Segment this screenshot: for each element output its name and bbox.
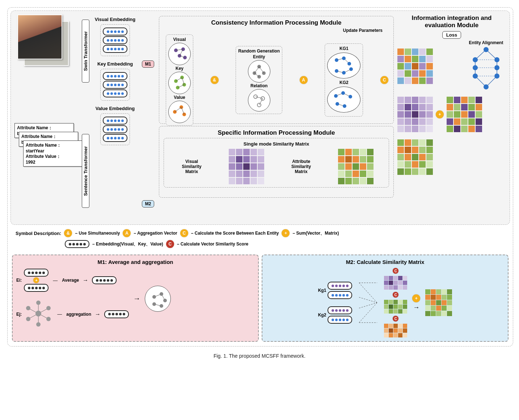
embedding-capsule [328, 316, 352, 324]
embedding-capsule [103, 125, 127, 133]
svg-point-36 [342, 56, 346, 60]
m2-matrix-2-icon [384, 300, 407, 314]
single-mode-box: Single mode Similarity Matrix Visual Sim… [164, 138, 389, 188]
figure-caption: Fig. 1. The proposed MCSFF framework. [7, 353, 512, 359]
visual-embedding-label: Visual Embedding [95, 17, 135, 22]
svg-point-59 [473, 57, 478, 62]
calc-red-icon: C [393, 316, 398, 322]
svg-point-85 [152, 302, 156, 306]
svg-point-74 [46, 306, 51, 310]
plus-badge: + [436, 110, 444, 118]
attr-name-label: Attribute Name： [21, 134, 57, 139]
kg2-label: KG2 [339, 80, 349, 85]
specific-module: Specific Information Processing Module S… [159, 126, 394, 198]
plus-icon: + [412, 294, 420, 302]
input-column: Attribute Name： birthYear Attribute Name… [14, 14, 80, 210]
visual-embed-box [100, 24, 130, 56]
visual-sim-label: Visual Similarity Matrix [179, 159, 204, 174]
svg-point-61 [473, 65, 478, 70]
single-mode-title: Single mode Similarity Matrix [167, 141, 386, 147]
average-label: Average [62, 278, 79, 283]
m2-matrix-1-icon [384, 276, 407, 290]
lower-panels: M1: Average and aggregation Ei: + — Aver… [10, 253, 510, 343]
embedding-capsule [92, 276, 117, 284]
random-gen-label: Random Generation [238, 49, 280, 54]
aggregation-label: aggregation [66, 312, 91, 317]
svg-point-60 [494, 57, 499, 62]
vkv-graph-box: Visual Key Value [166, 34, 193, 126]
main-diagram: Attribute Name： birthYear Attribute Name… [10, 10, 510, 225]
visual-sim-matrix-icon [229, 149, 264, 184]
kg1-graph-icon [327, 52, 360, 79]
relation-label: Relation [250, 83, 267, 88]
embedding-capsule [103, 72, 127, 80]
embedding-capsule [104, 310, 129, 318]
plus-icon: + [33, 277, 39, 283]
consistency-title: Consistency Information Processing Modul… [162, 19, 391, 26]
embedding-capsule [328, 282, 352, 290]
svg-line-25 [254, 73, 259, 77]
svg-line-5 [180, 49, 183, 56]
result-matrix-3-icon [447, 97, 482, 132]
legend: Symbol Description: &– Use Simultaneousl… [10, 225, 510, 253]
result-matrix-1-icon [397, 49, 433, 84]
legend-embedding: – Embedding(Visual、Key、Value) [92, 241, 163, 247]
encoder-column: Swin Transformer Sentence Transformer [82, 14, 89, 208]
m2-result-matrix-icon [425, 289, 452, 316]
calc-red-icon: C [393, 292, 398, 298]
svg-line-23 [254, 67, 259, 73]
calc-red-icon: C [393, 268, 398, 274]
embedding-capsule [103, 45, 127, 53]
key-embed-box [100, 69, 130, 101]
value-graph-icon [168, 101, 191, 123]
svg-point-40 [349, 67, 353, 71]
m2-title: M2: Calculate Similarity Matrix [266, 259, 504, 265]
result-matrix-4-icon [397, 139, 506, 175]
embedding-capsule-icon [65, 240, 89, 248]
embedding-capsule [103, 81, 127, 89]
visual-graph-label: Visual [173, 37, 186, 42]
svg-point-58 [484, 47, 489, 52]
legend-title: Symbol Description: [16, 231, 61, 236]
plus-icon: + [282, 229, 290, 237]
entity-label: Entity [253, 54, 265, 59]
ej-label: Ej: [16, 312, 22, 317]
value-embed-box [100, 113, 130, 145]
result-matrix-2-icon [397, 97, 433, 132]
embedding-capsule [103, 28, 127, 35]
kg2-m2-label: Kg2 [318, 312, 326, 318]
outer-frame: Attribute Name： birthYear Attribute Name… [7, 7, 513, 346]
center-column: Consistency Information Processing Modul… [157, 14, 395, 199]
svg-point-83 [160, 292, 163, 296]
kg-box: KG1 KG2 [325, 43, 363, 117]
m2-matrix-3-icon [384, 324, 407, 337]
star-network-icon [24, 299, 53, 329]
input-image-stack [17, 14, 68, 65]
m1-panel: M1: Average and aggregation Ei: + — Aver… [12, 255, 259, 342]
update-params-label: Update Parameters [343, 28, 383, 33]
cross-arrows-icon [357, 277, 379, 328]
attr-sim-matrix-icon [338, 149, 374, 184]
svg-point-64 [494, 74, 499, 79]
svg-point-48 [343, 104, 346, 108]
integration-column: Information integration and evaluation M… [397, 14, 506, 175]
m2-tag: M2 [142, 200, 155, 207]
legend-c-red: – Calculate Vector Similarity Score [177, 242, 248, 247]
attr-sim-label: Attribute Similarity Matrix [288, 159, 314, 174]
svg-point-62 [494, 65, 499, 70]
entity-align-label: Entity Alignment [469, 40, 503, 45]
legend-C: – Calculate the Score Between Each Entit… [191, 231, 279, 236]
embedding-capsule [103, 89, 127, 97]
sentence-transformer-label: Sentence Transformer [82, 134, 89, 208]
svg-point-86 [160, 304, 163, 308]
m2-panel: M2: Calculate Similarity Matrix Kg1 Kg2 [262, 255, 509, 342]
svg-point-76 [36, 322, 41, 327]
m1-title: M1: Average and aggregation [16, 259, 254, 265]
attr-name-label: Attribute Name： [17, 125, 52, 130]
attr-value: 1992 [26, 160, 35, 165]
embedding-capsule [328, 306, 352, 314]
relation-graph-icon [248, 89, 270, 112]
legend-A: – Aggregation Vector [134, 231, 177, 236]
embedding-capsule [24, 269, 48, 277]
photo-front [17, 14, 62, 59]
